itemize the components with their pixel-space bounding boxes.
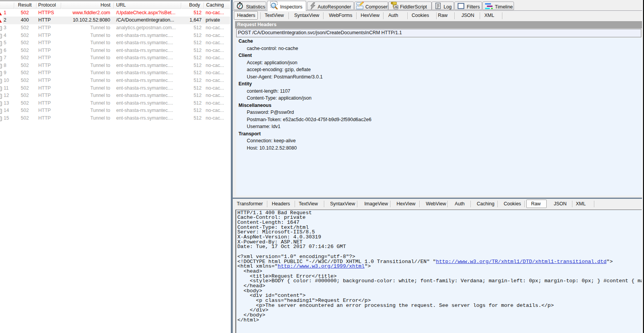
svg-text:JS: JS [394,5,398,9]
